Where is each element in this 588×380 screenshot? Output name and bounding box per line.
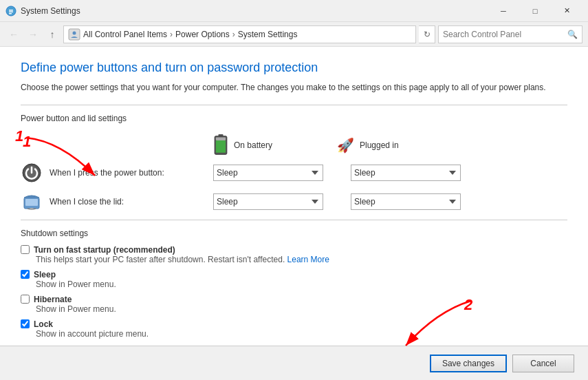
section1-header: Power button and lid settings bbox=[21, 114, 567, 126]
lid-battery-select[interactable]: Do nothing Sleep Hibernate Shut down Tur… bbox=[213, 193, 323, 210]
forward-button[interactable]: → bbox=[25, 26, 41, 43]
lid-plugged-select[interactable]: Do nothing Sleep Hibernate Shut down Tur… bbox=[351, 193, 461, 210]
close-button[interactable]: ✕ bbox=[551, 0, 582, 22]
power-icon-svg bbox=[22, 163, 41, 182]
battery-column-header: On battery bbox=[213, 134, 323, 156]
power-button-plugged-select[interactable]: Do nothing Sleep Hibernate Shut down Tur… bbox=[351, 165, 461, 181]
address-bar: ← → ↑ All Control Panel Items › Power Op… bbox=[0, 22, 588, 47]
shutdown-section: Shutdown settings Turn on fast startup (… bbox=[21, 229, 567, 339]
breadcrumb-power-options[interactable]: Power Options bbox=[175, 30, 230, 39]
lock-checkbox[interactable] bbox=[21, 319, 30, 328]
battery-label: On battery bbox=[234, 140, 272, 150]
lid-row: When I close the lid: Do nothing Sleep H… bbox=[21, 191, 567, 213]
learn-more-link[interactable]: Learn More bbox=[287, 255, 329, 264]
svg-rect-1 bbox=[9, 10, 13, 11]
column-headers: On battery 🚀 Plugged in bbox=[213, 134, 567, 162]
fast-startup-item: Turn on fast startup (recommended) This … bbox=[21, 245, 567, 264]
minimize-button[interactable]: ─ bbox=[488, 0, 519, 22]
power-button-label: When I press the power button: bbox=[21, 162, 213, 184]
refresh-button[interactable]: ↻ bbox=[419, 25, 435, 43]
plug-icon: 🚀 bbox=[337, 137, 354, 154]
hibernate-desc: Show in Power menu. bbox=[36, 304, 567, 314]
svg-rect-8 bbox=[216, 140, 226, 153]
sleep-label[interactable]: Sleep bbox=[21, 270, 567, 279]
lock-item: Lock Show in account picture menu. bbox=[21, 319, 567, 339]
lock-desc: Show in account picture menu. bbox=[36, 329, 567, 339]
breadcrumb-all-items[interactable]: All Control Panel Items bbox=[83, 30, 167, 39]
battery-icon bbox=[213, 134, 228, 156]
window-controls: ─ □ ✕ bbox=[488, 0, 582, 22]
shutdown-header: Shutdown settings bbox=[21, 229, 567, 238]
search-input[interactable] bbox=[443, 30, 567, 39]
pluggedin-column-header: 🚀 Plugged in bbox=[337, 134, 447, 156]
sleep-text: Sleep bbox=[34, 270, 56, 279]
pluggedin-label: Plugged in bbox=[360, 140, 399, 150]
window-title: System Settings bbox=[21, 6, 488, 16]
fast-startup-desc: This helps start your PC faster after sh… bbox=[36, 255, 567, 264]
hibernate-label[interactable]: Hibernate bbox=[21, 295, 567, 304]
svg-rect-3 bbox=[9, 13, 12, 14]
lid-label: When I close the lid: bbox=[21, 191, 213, 213]
lid-text: When I close the lid: bbox=[50, 197, 124, 207]
lock-label[interactable]: Lock bbox=[21, 319, 567, 329]
svg-point-14 bbox=[30, 208, 34, 209]
footer: Save changes Cancel bbox=[0, 346, 588, 380]
sleep-item: Sleep Show in Power menu. bbox=[21, 270, 567, 289]
up-button[interactable]: ↑ bbox=[44, 26, 61, 43]
svg-rect-13 bbox=[25, 199, 38, 206]
search-icon: 🔍 bbox=[567, 30, 578, 39]
power-button-row: When I press the power button: Do nothin… bbox=[21, 162, 567, 184]
svg-point-0 bbox=[6, 6, 16, 16]
main-content: Define power buttons and turn on passwor… bbox=[0, 47, 588, 380]
svg-point-5 bbox=[73, 31, 76, 34]
save-changes-button[interactable]: Save changes bbox=[430, 355, 507, 372]
fast-startup-label[interactable]: Turn on fast startup (recommended) bbox=[21, 245, 567, 255]
hibernate-checkbox[interactable] bbox=[21, 295, 30, 304]
fast-startup-text: Turn on fast startup (recommended) bbox=[34, 245, 175, 255]
maximize-button[interactable]: □ bbox=[519, 0, 551, 22]
back-button[interactable]: ← bbox=[6, 26, 22, 43]
title-bar: System Settings ─ □ ✕ bbox=[0, 0, 588, 22]
page-description: Choose the power settings that you want … bbox=[21, 82, 567, 94]
address-path[interactable]: All Control Panel Items › Power Options … bbox=[63, 25, 416, 43]
power-button-text: When I press the power button: bbox=[50, 168, 164, 178]
hibernate-text: Hibernate bbox=[34, 295, 72, 304]
page-title: Define power buttons and turn on passwor… bbox=[21, 61, 567, 75]
hibernate-item: Hibernate Show in Power menu. bbox=[21, 295, 567, 314]
window-icon bbox=[6, 6, 17, 17]
sleep-checkbox[interactable] bbox=[21, 270, 30, 279]
lid-icon-svg bbox=[22, 192, 41, 211]
fast-startup-checkbox[interactable] bbox=[21, 245, 30, 254]
lid-icon bbox=[21, 191, 43, 213]
cancel-button[interactable]: Cancel bbox=[512, 355, 574, 372]
lock-text: Lock bbox=[34, 319, 53, 329]
sleep-desc: Show in Power menu. bbox=[36, 279, 567, 289]
divider-1 bbox=[21, 105, 567, 105]
power-button-battery-select[interactable]: Do nothing Sleep Hibernate Shut down Tur… bbox=[213, 165, 323, 181]
search-box[interactable]: 🔍 bbox=[438, 25, 582, 43]
svg-rect-9 bbox=[216, 137, 226, 140]
divider-2 bbox=[21, 220, 567, 220]
power-button-icon bbox=[21, 162, 43, 184]
svg-rect-2 bbox=[9, 11, 13, 12]
breadcrumb-current: System Settings bbox=[238, 30, 298, 39]
